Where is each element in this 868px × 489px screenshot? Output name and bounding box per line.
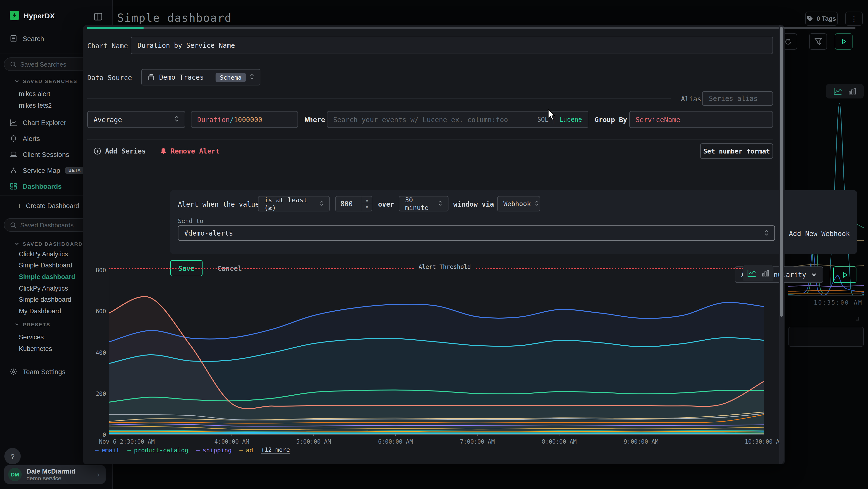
- refresh-icon: [784, 38, 792, 45]
- x-tick-label: 10:30:00 AM: [745, 438, 783, 445]
- mode-separator: |: [552, 116, 556, 123]
- preset-item[interactable]: Services: [19, 332, 44, 342]
- help-button[interactable]: ?: [4, 448, 21, 464]
- page-title: Simple dashboard: [117, 11, 232, 24]
- remove-alert-button[interactable]: Remove Alert: [160, 147, 219, 155]
- bell-icon: [10, 135, 18, 142]
- x-tick-label: 6:00:00 AM: [378, 438, 413, 445]
- legend-swatch: —: [196, 446, 199, 454]
- over-label: over: [378, 200, 394, 208]
- where-placeholder: Search your events w/ Lucene ex. column:…: [333, 116, 537, 123]
- saved-dashboard-item[interactable]: Simple dashboard: [19, 271, 75, 282]
- legend-item-shipping[interactable]: —shipping: [196, 446, 232, 454]
- database-icon: [148, 74, 155, 81]
- x-tick-label: 8:00:00 AM: [542, 438, 577, 445]
- aggregation-field-input[interactable]: Duration/1000000: [191, 111, 298, 128]
- create-dashboard-button[interactable]: + Create Dashboard: [18, 200, 79, 211]
- search-icon: [10, 61, 17, 67]
- aggregation-field-value: Duration/1000000: [197, 116, 262, 123]
- legend-item-product-catalog[interactable]: —product-catalog: [127, 446, 188, 454]
- saved-dashboard-item[interactable]: My Dashboard: [19, 306, 61, 316]
- scrollbar-thumb[interactable]: [780, 27, 783, 317]
- window-via-label: window via: [453, 200, 494, 208]
- chevrons-updown-icon: [320, 200, 323, 207]
- run-query-button-background[interactable]: [835, 33, 852, 50]
- user-card[interactable]: DM Dale McDiarmid demo-service - ›: [4, 465, 105, 484]
- alert-window-select[interactable]: 30 minute: [399, 196, 448, 211]
- add-series-button[interactable]: Add Series: [94, 147, 146, 155]
- chart-name-label: Chart Name: [87, 42, 128, 50]
- x-tick-label: 7:00:00 AM: [460, 438, 495, 445]
- data-source-select[interactable]: Demo Traces Schema: [141, 69, 260, 85]
- background-empty-panel: [788, 327, 864, 347]
- spinner-down-button[interactable]: ▼: [362, 203, 372, 211]
- laptop-icon: [10, 151, 18, 158]
- section-divider: [87, 98, 671, 99]
- presets-header[interactable]: PRESETS: [14, 321, 51, 327]
- kebab-menu-button[interactable]: ⋮: [845, 11, 863, 26]
- saved-searches-header[interactable]: SAVED SEARCHES: [14, 78, 78, 84]
- chart-legend: —email—product-catalog—shipping—ad+12 mo…: [95, 446, 290, 454]
- x-tick-label: Nov 6 2:30:00 AM: [99, 438, 155, 445]
- saved-dashboard-item[interactable]: Simple Dashboard: [19, 260, 72, 270]
- sidebar-collapse-button[interactable]: [94, 12, 103, 21]
- beta-badge: BETA: [65, 167, 84, 174]
- y-tick-label: 0: [85, 432, 106, 438]
- modal-scrollbar[interactable]: [779, 25, 784, 464]
- search-icon: [10, 222, 17, 228]
- legend-item-ad[interactable]: —ad: [240, 446, 253, 454]
- progress-bar: [87, 27, 856, 29]
- chevrons-updown-icon: [764, 229, 769, 237]
- add-new-webhook-button[interactable]: Add New Webhook: [789, 230, 850, 237]
- chevrons-updown-icon: [438, 200, 442, 207]
- saved-search-item[interactable]: mikes alert: [19, 88, 51, 99]
- panel-icon: [94, 12, 103, 21]
- alert-threshold-input[interactable]: [336, 197, 362, 211]
- filter-button[interactable]: [809, 33, 827, 50]
- alert-channel-select[interactable]: Webhook: [497, 196, 540, 211]
- bell-icon: [160, 147, 167, 155]
- data-source-label: Data Source: [87, 74, 132, 82]
- chart-name-input[interactable]: [131, 37, 773, 54]
- background-chart-axis: [788, 295, 864, 296]
- alias-label: Alias: [681, 95, 701, 103]
- where-input[interactable]: Search your events w/ Lucene ex. column:…: [327, 111, 588, 128]
- legend-item-email[interactable]: —email: [95, 446, 120, 454]
- bar-chart-icon: [762, 269, 769, 277]
- group-by-input[interactable]: ServiceName: [629, 111, 773, 128]
- aggregation-select[interactable]: Average: [87, 111, 185, 128]
- chevron-right-icon: ›: [97, 470, 100, 479]
- tag-icon: [807, 16, 813, 22]
- chevron-down-icon: [14, 79, 19, 84]
- resize-handle-icon[interactable]: [855, 314, 859, 322]
- play-icon: [841, 39, 846, 45]
- background-chart-type-toggle[interactable]: [826, 84, 864, 98]
- saved-dashboards-header[interactable]: SAVED DASHBOARDS: [14, 241, 87, 247]
- user-subtitle: demo-service -: [27, 475, 75, 482]
- grid-icon: [10, 182, 18, 190]
- run-chart-button[interactable]: [833, 266, 857, 283]
- set-number-format-button[interactable]: Set number format: [700, 143, 773, 159]
- brand-name: HyperDX: [24, 11, 55, 20]
- brand[interactable]: HyperDX: [10, 10, 55, 20]
- saved-search-item[interactable]: mikes tets2: [19, 100, 52, 111]
- webhook-select[interactable]: #demo-alerts: [178, 225, 775, 241]
- saved-dashboard-item[interactable]: Simple dashboard: [19, 294, 71, 305]
- tags-button[interactable]: 0 Tags: [805, 11, 838, 26]
- sql-mode-button[interactable]: SQL: [537, 116, 549, 123]
- saved-dashboard-item[interactable]: ClickPy Analytics: [19, 249, 68, 259]
- x-tick-label: 9:00:00 AM: [624, 438, 659, 445]
- search-doc-icon: [10, 35, 18, 42]
- chart-type-toggle[interactable]: [743, 265, 774, 282]
- alert-prefix-text: Alert when the value: [178, 200, 259, 208]
- saved-dashboard-item[interactable]: ClickPy Analytics: [19, 283, 68, 293]
- lucene-mode-button[interactable]: Lucene: [559, 116, 582, 123]
- section-divider: [87, 140, 773, 140]
- alert-condition-select[interactable]: is at least (≥): [258, 196, 330, 211]
- avatar: DM: [8, 468, 22, 481]
- series-alias-input[interactable]: [702, 91, 773, 106]
- spinner-up-button[interactable]: ▲: [362, 197, 372, 203]
- bar-chart-icon: [849, 88, 856, 95]
- legend-more-button[interactable]: +12 more: [261, 446, 290, 454]
- preset-item[interactable]: Kubernetes: [19, 343, 52, 354]
